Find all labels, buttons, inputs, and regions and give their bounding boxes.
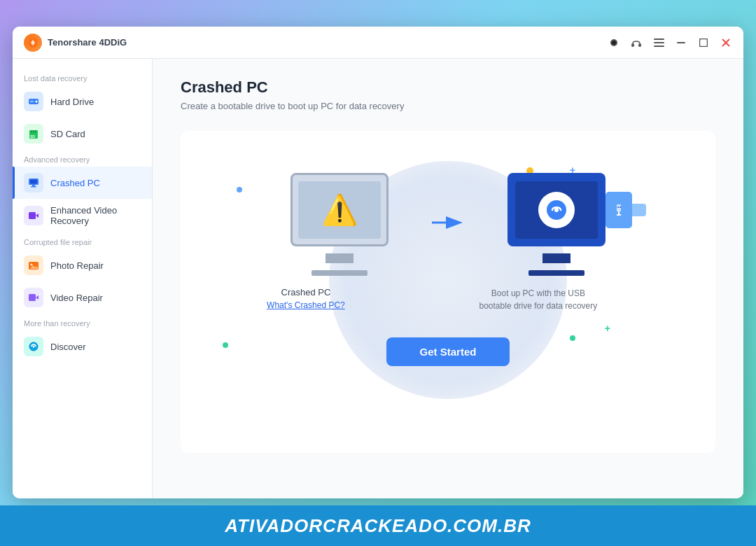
- svg-text:SD: SD: [30, 134, 35, 139]
- sidebar-item-hard-drive[interactable]: Hard Drive: [13, 85, 152, 118]
- hard-drive-icon: [24, 92, 43, 111]
- svg-point-13: [36, 101, 38, 103]
- svg-rect-3: [631, 43, 634, 47]
- svg-point-2: [612, 41, 616, 45]
- recovery-desc-text: Boot up PC with the USB bootable drive f…: [475, 287, 601, 312]
- minimize-button[interactable]: [675, 36, 687, 49]
- svg-point-41: [620, 206, 621, 208]
- arrow-icon: [430, 210, 465, 239]
- sidebar-item-discover[interactable]: Discover: [13, 330, 152, 363]
- close-button[interactable]: [720, 36, 732, 49]
- title-bar: Tenorshare 4DDiG: [13, 27, 743, 59]
- bottom-banner: ATIVADORCRACKEADO.COM.BR: [0, 505, 756, 546]
- recovery-monitor: [507, 173, 606, 246]
- hard-drive-label: Hard Drive: [50, 97, 94, 107]
- recovery-label-area: Boot up PC with the USB bootable drive f…: [475, 287, 601, 312]
- sidebar-item-photo-repair[interactable]: Photo Repair: [13, 249, 152, 281]
- page-subtitle: Create a bootable drive to boot up PC fo…: [181, 101, 715, 111]
- record-icon[interactable]: [608, 36, 620, 49]
- section-label-more: More than recovery: [13, 314, 152, 330]
- dot-decoration-3: [570, 335, 575, 341]
- svg-rect-24: [29, 212, 36, 219]
- app-name: Tenorshare 4DDiG: [48, 37, 127, 48]
- photo-repair-icon: [24, 255, 43, 275]
- crashed-pc-label: Crashed PC: [50, 178, 100, 188]
- headphone-icon[interactable]: [630, 36, 643, 49]
- whats-crashed-link[interactable]: What's Crashed PC?: [267, 300, 345, 310]
- illustration-labels: Crashed PC What's Crashed PC? Boot up PC…: [202, 287, 694, 312]
- monitor-base-2: [528, 270, 584, 276]
- svg-marker-25: [36, 214, 38, 218]
- svg-marker-30: [36, 295, 38, 300]
- svg-rect-8: [677, 42, 685, 43]
- crashed-pc-icon: [24, 173, 43, 192]
- logo-icon: [24, 34, 42, 52]
- sidebar: Lost data recovery Hard Drive: [13, 59, 153, 498]
- recovery-logo: [538, 192, 575, 228]
- recovery-screen: [515, 181, 598, 239]
- get-started-button[interactable]: Get Started: [386, 337, 510, 366]
- svg-rect-18: [35, 130, 36, 133]
- discover-icon: [24, 337, 43, 356]
- svg-rect-17: [33, 130, 34, 133]
- svg-rect-14: [30, 101, 34, 102]
- bottom-banner-text: ATIVADORCRACKEADO.COM.BR: [225, 515, 531, 537]
- svg-rect-16: [31, 130, 32, 133]
- app-body: Lost data recovery Hard Drive: [13, 59, 743, 498]
- sd-card-label: SD Card: [50, 129, 85, 139]
- svg-rect-6: [654, 42, 664, 43]
- illustration-area: ⚠️: [202, 173, 694, 276]
- svg-rect-23: [31, 186, 36, 188]
- svg-point-32: [33, 346, 35, 348]
- svg-rect-7: [654, 46, 664, 47]
- plus-decoration-2: +: [605, 323, 610, 334]
- app-window: Tenorshare 4DDiG: [13, 27, 743, 498]
- svg-point-40: [617, 206, 619, 208]
- crashed-screen: ⚠️: [298, 181, 381, 239]
- discover-label: Discover: [50, 342, 86, 352]
- page-title: Crashed PC: [181, 78, 715, 97]
- section-label-corrupted: Corrupted file repair: [13, 232, 152, 249]
- svg-point-36: [554, 208, 559, 212]
- section-label-advanced: Advanced recovery: [13, 150, 152, 167]
- content-card: + + ⚠️: [181, 131, 715, 453]
- sidebar-item-video-repair[interactable]: Video Repair: [13, 281, 152, 314]
- warning-icon: ⚠️: [321, 192, 358, 227]
- photo-repair-label: Photo Repair: [50, 260, 104, 271]
- main-content: Crashed PC Create a bootable drive to bo…: [153, 59, 743, 498]
- recovery-pc-illustration: [507, 173, 606, 276]
- svg-rect-5: [654, 38, 664, 40]
- menu-icon[interactable]: [652, 36, 665, 49]
- monitor-stand-1: [326, 253, 354, 263]
- monitor-base-1: [312, 270, 368, 276]
- sidebar-item-enhanced-video[interactable]: Enhanced Video Recovery: [13, 199, 152, 232]
- usb-drive: [606, 192, 632, 228]
- svg-rect-21: [30, 180, 37, 184]
- crashed-monitor: ⚠️: [290, 173, 388, 246]
- section-label-lost: Lost data recovery: [13, 69, 152, 85]
- crashed-label-area: Crashed PC What's Crashed PC?: [267, 287, 345, 312]
- usb-plug: [632, 204, 646, 216]
- sidebar-item-crashed-pc[interactable]: Crashed PC: [13, 167, 152, 199]
- svg-rect-4: [638, 43, 641, 47]
- crashed-label-text: Crashed PC: [281, 287, 331, 298]
- svg-rect-37: [617, 204, 621, 211]
- svg-point-27: [31, 264, 33, 266]
- crashed-pc-illustration: ⚠️: [290, 173, 388, 276]
- enhanced-video-label: Enhanced Video Recovery: [50, 205, 141, 226]
- app-logo: Tenorshare 4DDiG: [24, 34, 127, 52]
- enhanced-video-icon: [24, 206, 43, 225]
- svg-rect-22: [32, 185, 35, 186]
- video-repair-label: Video Repair: [50, 293, 103, 303]
- svg-rect-29: [29, 294, 36, 301]
- dot-decoration-5: [223, 342, 228, 348]
- maximize-button[interactable]: [697, 36, 710, 49]
- window-controls: [608, 36, 732, 49]
- video-repair-icon: [24, 288, 43, 307]
- monitor-stand-2: [542, 253, 570, 263]
- svg-rect-9: [700, 38, 708, 46]
- sidebar-item-sd-card[interactable]: SD SD Card: [13, 118, 152, 150]
- sd-card-icon: SD: [24, 124, 43, 144]
